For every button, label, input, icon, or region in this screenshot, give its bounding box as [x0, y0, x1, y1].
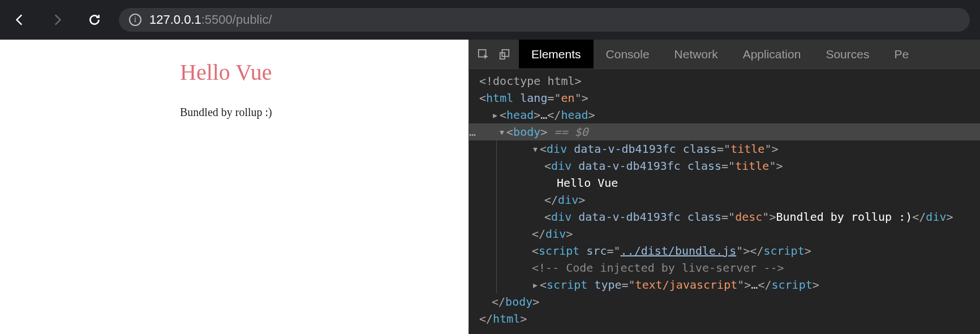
browser-toolbar: i 127.0.0.1:5500/public/	[0, 0, 980, 40]
collapse-arrow-icon[interactable]	[532, 140, 540, 157]
tab-elements[interactable]: Elements	[519, 40, 594, 68]
url-host: 127.0.0.1	[149, 12, 201, 27]
inspect-element-icon[interactable]	[477, 48, 489, 61]
tab-sources[interactable]: Sources	[813, 40, 882, 68]
devtools-tool-icons	[469, 40, 519, 68]
tree-line[interactable]: </body>	[469, 293, 980, 310]
tree-line-selected[interactable]: <body> == $0	[469, 123, 980, 140]
page-content: Hello Vue Bundled by rollup :)	[0, 40, 468, 334]
expand-arrow-icon[interactable]	[492, 106, 500, 123]
tree-line[interactable]: <html lang="en">	[469, 89, 980, 106]
forward-button[interactable]	[48, 10, 67, 29]
url-text: 127.0.0.1:5500/public/	[149, 12, 272, 27]
url-path: :5500/public/	[201, 12, 272, 27]
tree-line[interactable]: <!doctype html>	[469, 72, 980, 89]
elements-tree[interactable]: <!doctype html> <html lang="en"> <head>……	[469, 69, 980, 334]
tree-line[interactable]: <script src="../dist/bundle.js"></script…	[497, 242, 980, 259]
tree-line[interactable]: <div data-v-db4193fc class="title">	[497, 140, 980, 157]
main-area: Hello Vue Bundled by rollup :) Elements …	[0, 40, 980, 334]
collapse-arrow-icon[interactable]	[498, 123, 506, 140]
reload-button[interactable]	[85, 10, 104, 29]
back-button[interactable]	[10, 10, 29, 29]
page-desc: Bundled by rollup :)	[180, 106, 468, 119]
expand-arrow-icon[interactable]	[532, 276, 540, 293]
tab-overflow[interactable]: Pe	[882, 40, 921, 68]
tree-line[interactable]: <div data-v-db4193fc class="desc">Bundle…	[497, 208, 980, 225]
address-bar[interactable]: i 127.0.0.1:5500/public/	[119, 8, 970, 32]
tree-line[interactable]: Hello Vue	[497, 174, 980, 191]
page-title: Hello Vue	[180, 59, 468, 85]
devtools-tabs: Elements Console Network Application Sou…	[469, 40, 980, 69]
tree-line[interactable]: <!-- Code injected by live-server -->	[497, 259, 980, 276]
tab-application[interactable]: Application	[730, 40, 814, 68]
tab-network[interactable]: Network	[662, 40, 730, 68]
tree-line[interactable]: </html>	[469, 310, 980, 327]
device-toolbar-icon[interactable]	[498, 48, 511, 61]
tree-line[interactable]: <div data-v-db4193fc class="title">	[497, 157, 980, 174]
tree-line[interactable]: </div>	[497, 225, 980, 242]
devtools-panel: Elements Console Network Application Sou…	[468, 40, 980, 334]
tree-line[interactable]: <script type="text/javascript">…</script…	[497, 276, 980, 293]
tree-line[interactable]: </div>	[497, 191, 980, 208]
nav-icons	[10, 10, 104, 29]
tab-console[interactable]: Console	[594, 40, 662, 68]
tree-line[interactable]: <head>…</head>	[469, 106, 980, 123]
site-info-icon[interactable]: i	[129, 14, 141, 26]
